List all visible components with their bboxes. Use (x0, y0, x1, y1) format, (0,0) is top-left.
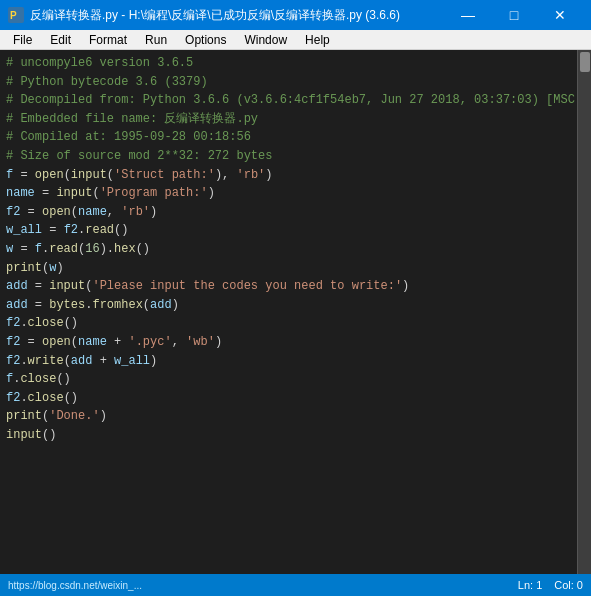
code-line-21: input() (6, 426, 571, 445)
menu-options[interactable]: Options (176, 30, 235, 50)
maximize-button[interactable]: □ (491, 0, 537, 30)
code-line-12: print(w) (6, 259, 571, 278)
code-line-8: name = input('Program path:') (6, 184, 571, 203)
code-line-11: w = f.read(16).hex() (6, 240, 571, 259)
code-line-2: # Python bytecode 3.6 (3379) (6, 73, 571, 92)
code-line-4: # Embedded file name: 反编译转换器.py (6, 110, 571, 129)
close-button[interactable]: ✕ (537, 0, 583, 30)
menu-help[interactable]: Help (296, 30, 339, 50)
minimize-button[interactable]: — (445, 0, 491, 30)
menu-format[interactable]: Format (80, 30, 136, 50)
code-line-1: # uncompyle6 version 3.6.5 (6, 54, 571, 73)
code-line-16: f2 = open(name + '.pyc', 'wb') (6, 333, 571, 352)
vertical-scrollbar[interactable] (577, 50, 591, 574)
status-position: Ln: 1 Col: 0 (518, 579, 583, 591)
status-ln: Ln: 1 (518, 579, 542, 591)
code-line-20: print('Done.') (6, 407, 571, 426)
code-line-17: f2.write(add + w_all) (6, 352, 571, 371)
app-icon: P (8, 7, 24, 23)
code-line-10: w_all = f2.read() (6, 221, 571, 240)
svg-text:P: P (10, 10, 17, 21)
code-line-13: add = input('Please input the codes you … (6, 277, 571, 296)
code-editor[interactable]: # uncompyle6 version 3.6.5 # Python byte… (0, 50, 577, 574)
title-bar: P 反编译转换器.py - H:\编程\反编译\已成功反编\反编译转换器.py … (0, 0, 591, 30)
code-line-5: # Compiled at: 1995-09-28 00:18:56 (6, 128, 571, 147)
code-line-9: f2 = open(name, 'rb') (6, 203, 571, 222)
code-line-7: f = open(input('Struct path:'), 'rb') (6, 166, 571, 185)
code-line-15: f2.close() (6, 314, 571, 333)
menu-edit[interactable]: Edit (41, 30, 80, 50)
menu-file[interactable]: File (4, 30, 41, 50)
menu-window[interactable]: Window (235, 30, 296, 50)
status-bar: https://blog.csdn.net/weixin_... Ln: 1 C… (0, 574, 591, 596)
code-line-19: f2.close() (6, 389, 571, 408)
editor-container: # uncompyle6 version 3.6.5 # Python byte… (0, 50, 591, 574)
window-title: 反编译转换器.py - H:\编程\反编译\已成功反编\反编译转换器.py (3… (30, 7, 445, 24)
status-col: Col: 0 (554, 579, 583, 591)
menu-bar: File Edit Format Run Options Window Help (0, 30, 591, 50)
scrollbar-thumb[interactable] (580, 52, 590, 72)
status-watermark: https://blog.csdn.net/weixin_... (8, 580, 518, 591)
code-line-3: # Decompiled from: Python 3.6.6 (v3.6.6:… (6, 91, 571, 110)
window-controls: — □ ✕ (445, 0, 583, 30)
code-line-18: f.close() (6, 370, 571, 389)
code-line-6: # Size of source mod 2**32: 272 bytes (6, 147, 571, 166)
menu-run[interactable]: Run (136, 30, 176, 50)
code-line-14: add = bytes.fromhex(add) (6, 296, 571, 315)
